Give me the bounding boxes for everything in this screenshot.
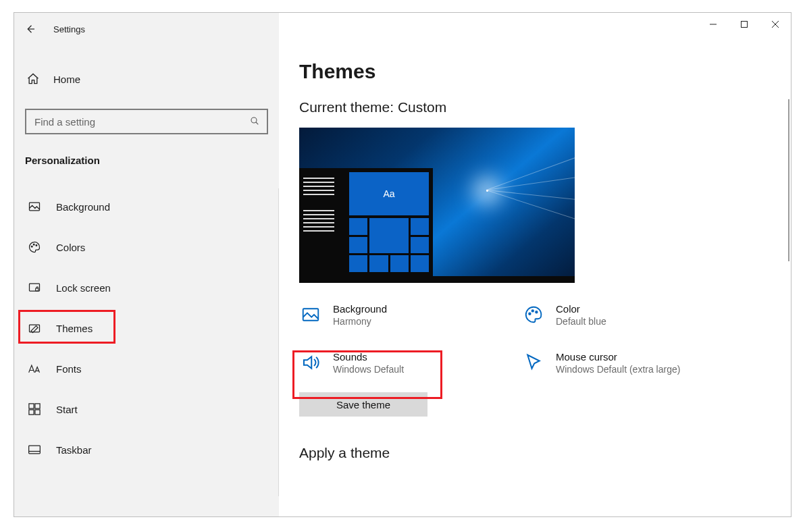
current-theme-label: Current theme: Custom [299,99,791,115]
option-title: Sounds [333,351,404,363]
title-bar: Settings [14,13,791,45]
svg-point-21 [532,310,534,312]
option-subtitle: Windows Default (extra large) [556,364,680,375]
option-background[interactable]: Background Harmony [299,300,522,329]
sidebar-home[interactable]: Home [14,61,279,97]
option-cursor[interactable]: Mouse cursor Windows Default (extra larg… [522,348,745,377]
start-icon [26,401,43,417]
theme-preview: Aa [299,128,575,283]
save-theme-button[interactable]: Save theme [299,392,427,417]
svg-rect-14 [35,404,40,408]
preview-taskbar [299,276,575,283]
sidebar-item-fonts[interactable]: Fonts [14,352,279,385]
option-color[interactable]: Color Default blue [522,300,745,329]
apply-theme-title: Apply a theme [299,445,791,461]
option-sounds[interactable]: Sounds Windows Default [299,348,522,377]
preview-tile: Aa [349,172,429,215]
search-input[interactable] [25,109,268,134]
option-title: Mouse cursor [556,351,680,363]
preview-start-menu: Aa [299,168,433,276]
sidebar-category: Personalization [14,140,279,176]
svg-point-8 [33,244,34,245]
svg-rect-16 [35,410,40,415]
option-subtitle: Windows Default [333,364,404,375]
main-pane: Themes Current theme: Custom Aa [279,13,791,516]
sidebar-item-label: Lock screen [56,282,111,294]
maximize-button[interactable] [729,13,760,36]
sidebar-item-taskbar[interactable]: Taskbar [14,433,279,466]
sidebar-item-label: Taskbar [56,444,92,456]
sidebar-item-colors[interactable]: Colors [14,231,279,263]
svg-rect-15 [29,410,34,415]
back-button[interactable] [14,13,47,45]
option-title: Background [333,303,387,315]
page-title: Themes [299,60,791,83]
image-icon [26,198,43,215]
settings-window: Settings Home [14,12,791,517]
image-icon [299,303,322,326]
sidebar-item-start[interactable]: Start [14,393,279,425]
sidebar-item-label: Background [56,201,110,213]
svg-rect-13 [29,404,34,408]
home-icon [25,71,41,87]
cursor-icon [522,351,545,374]
svg-point-4 [251,117,257,123]
svg-rect-1 [742,22,748,28]
sidebar: Home Personalization Backgrou [14,13,279,516]
scrollbar[interactable] [788,99,789,261]
sidebar-item-label: Themes [56,323,93,334]
themes-icon [26,320,43,336]
svg-rect-17 [29,446,41,454]
option-subtitle: Default blue [556,316,606,327]
svg-point-9 [36,245,37,246]
fonts-icon [26,361,43,377]
sidebar-item-label: Fonts [56,363,82,375]
taskbar-icon [26,442,43,458]
option-title: Color [556,303,606,315]
sidebar-home-label: Home [53,74,80,85]
palette-icon [522,303,545,326]
svg-point-7 [31,246,32,247]
search-icon [249,115,260,128]
option-subtitle: Harmony [333,316,387,327]
svg-point-20 [529,313,531,315]
app-title: Settings [47,24,85,34]
sidebar-item-label: Start [56,404,78,415]
lock-icon [26,280,43,296]
sidebar-item-label: Colors [56,242,85,253]
palette-icon [26,239,43,255]
svg-line-5 [256,122,258,124]
sidebar-item-background[interactable]: Background [14,190,279,223]
sidebar-item-themes[interactable]: Themes [14,312,279,344]
minimize-button[interactable] [698,13,729,36]
sidebar-item-lockscreen[interactable]: Lock screen [14,271,279,304]
sound-icon [299,351,322,374]
search-field[interactable] [33,115,249,128]
close-button[interactable] [760,13,791,36]
svg-point-22 [536,311,538,313]
